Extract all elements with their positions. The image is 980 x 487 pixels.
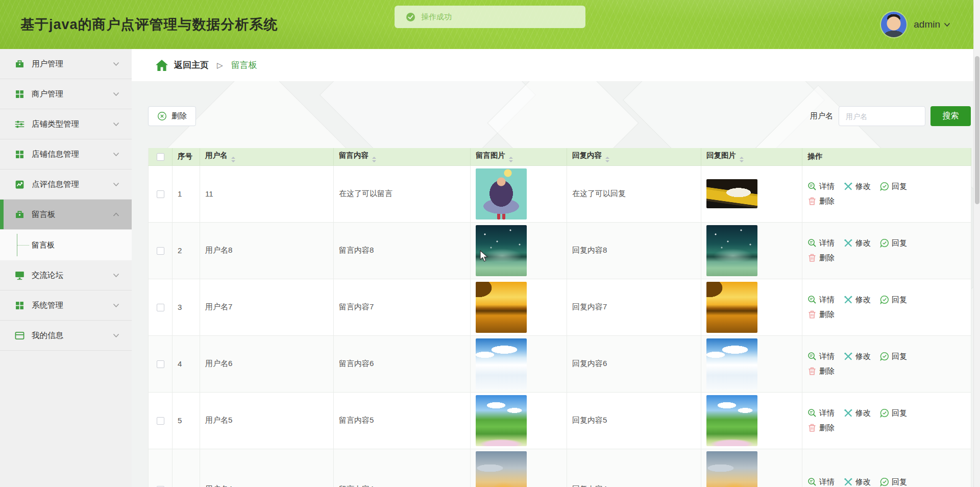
message-image[interactable] (476, 168, 527, 220)
edit-link[interactable]: 修改 (844, 408, 871, 418)
edit-link[interactable]: 修改 (844, 238, 871, 248)
reply-cell: 回复内容5 (567, 392, 701, 449)
sort-carets-icon[interactable] (509, 157, 513, 162)
checkbox-cell (149, 392, 173, 449)
search-input[interactable] (839, 106, 925, 126)
breadcrumb-home-link[interactable]: 返回主页 (174, 59, 209, 71)
table-header-row: 序号用户名留言内容留言图片回复内容回复图片操作 (149, 148, 971, 165)
detail-link[interactable]: 详情 (807, 352, 835, 361)
message-image-cell (471, 279, 567, 335)
briefcase-icon (14, 59, 25, 69)
operations-cell: 详情修改回复删除 (802, 222, 971, 279)
reply-image[interactable] (706, 395, 757, 446)
reply-link[interactable]: 回复 (880, 352, 907, 361)
detail-link[interactable]: 详情 (807, 477, 835, 487)
sidebar-item-merchant-management[interactable]: 商户管理 (0, 79, 132, 109)
message-image[interactable] (476, 451, 527, 487)
sort-carets-icon[interactable] (231, 157, 235, 162)
column-header-message_image[interactable]: 留言图片 (471, 148, 567, 165)
avatar[interactable] (881, 12, 906, 37)
column-header-username[interactable]: 用户名 (200, 148, 334, 165)
edit-link[interactable]: 修改 (844, 477, 871, 487)
sort-carets-icon[interactable] (740, 157, 744, 162)
table-row: 2用户名8留言内容8回复内容8详情修改回复删除 (149, 222, 971, 279)
delete-link[interactable]: 删除 (807, 253, 835, 263)
reply-link[interactable]: 回复 (880, 477, 907, 487)
reply-image-cell (701, 335, 802, 392)
detail-link[interactable]: 详情 (807, 295, 835, 305)
detail-link[interactable]: 详情 (807, 182, 835, 191)
delete-link[interactable]: 删除 (807, 197, 835, 206)
sidebar-item-label: 商户管理 (32, 89, 113, 100)
main-panel: 返回主页 ▷ 留言板 删除 用户名 (132, 49, 980, 487)
reply-image[interactable] (706, 282, 757, 333)
row-number: 6 (173, 449, 200, 487)
sidebar-item-message-board[interactable]: 留言板 (0, 200, 132, 230)
sidebar-item-shop-info-management[interactable]: 店铺信息管理 (0, 139, 132, 169)
username-cell: 11 (200, 165, 334, 222)
message-cell: 留言内容8 (334, 222, 471, 279)
row-checkbox[interactable] (157, 247, 164, 255)
delete-link[interactable]: 删除 (807, 423, 835, 433)
row-checkbox[interactable] (157, 190, 164, 198)
row-checkbox[interactable] (157, 304, 164, 311)
sidebar-item-review-info-management[interactable]: 点评信息管理 (0, 169, 132, 200)
edit-link[interactable]: 修改 (844, 352, 871, 361)
home-icon[interactable] (156, 60, 168, 71)
column-header-reply_image[interactable]: 回复图片 (701, 148, 802, 165)
reply-image[interactable] (706, 179, 757, 208)
reply-link[interactable]: 回复 (880, 238, 907, 248)
row-checkbox[interactable] (157, 417, 164, 425)
reply-image[interactable] (706, 338, 757, 389)
detail-link[interactable]: 详情 (807, 408, 835, 418)
edit-link[interactable]: 修改 (844, 182, 871, 191)
sidebar-item-shop-type-management[interactable]: 店铺类型管理 (0, 109, 132, 139)
table-row: 5用户名5留言内容5回复内容5详情修改回复删除 (149, 392, 971, 449)
sidebar-item-forum[interactable]: 交流论坛 (0, 260, 132, 290)
message-image[interactable] (476, 225, 527, 276)
reply-image-cell (701, 279, 802, 335)
detail-link[interactable]: 详情 (807, 238, 835, 248)
chevron-down-icon (113, 303, 119, 308)
row-number: 4 (173, 335, 200, 392)
reply-link[interactable]: 回复 (880, 295, 907, 305)
sidebar-item-system-management[interactable]: 系统管理 (0, 290, 132, 321)
operations-cell: 详情修改回复删除 (802, 335, 971, 392)
delete-link[interactable]: 删除 (807, 367, 835, 376)
select-all-checkbox[interactable] (157, 153, 164, 161)
sidebar-item-user-management[interactable]: 用户管理 (0, 49, 132, 79)
sliders-icon (14, 119, 25, 130)
message-image[interactable] (476, 338, 527, 389)
sidebar-item-my-info[interactable]: 我的信息 (0, 321, 132, 351)
vertical-scrollbar[interactable] (973, 0, 980, 487)
scrollbar-thumb[interactable] (975, 56, 979, 204)
sort-carets-icon[interactable] (372, 157, 376, 162)
trash-icon (807, 197, 817, 206)
username-cell: 用户名8 (200, 222, 334, 279)
reply-link[interactable]: 回复 (880, 408, 907, 418)
screen: 基于java的商户点评管理与数据分析系统 操作成功 admin 用户管理商户管理… (0, 0, 980, 487)
column-header-reply[interactable]: 回复内容 (567, 148, 701, 165)
message-cell: 留言内容6 (334, 335, 471, 392)
message-image[interactable] (476, 395, 527, 446)
sidebar-subitem-message-board-list[interactable]: 留言板 (0, 230, 132, 260)
sort-carets-icon[interactable] (605, 157, 609, 162)
row-checkbox[interactable] (157, 360, 164, 368)
reply-link[interactable]: 回复 (880, 182, 907, 191)
reply-image[interactable] (706, 225, 757, 276)
column-header-message[interactable]: 留言内容 (334, 148, 471, 165)
sidebar-item-label: 交流论坛 (32, 270, 113, 281)
column-header-ops: 操作 (802, 148, 971, 165)
delete-link[interactable]: 删除 (807, 310, 835, 320)
edit-tools-icon (844, 352, 853, 361)
message-image[interactable] (476, 282, 527, 333)
delete-button[interactable]: 删除 (148, 106, 196, 126)
edit-link[interactable]: 修改 (844, 295, 871, 305)
reply-image[interactable] (706, 451, 757, 487)
search-button[interactable]: 搜索 (930, 106, 971, 126)
toast-success: 操作成功 (395, 6, 585, 28)
checkbox-cell (149, 222, 173, 279)
user-menu[interactable]: admin (881, 0, 950, 49)
card-icon (14, 330, 25, 341)
trash-icon (807, 253, 817, 262)
